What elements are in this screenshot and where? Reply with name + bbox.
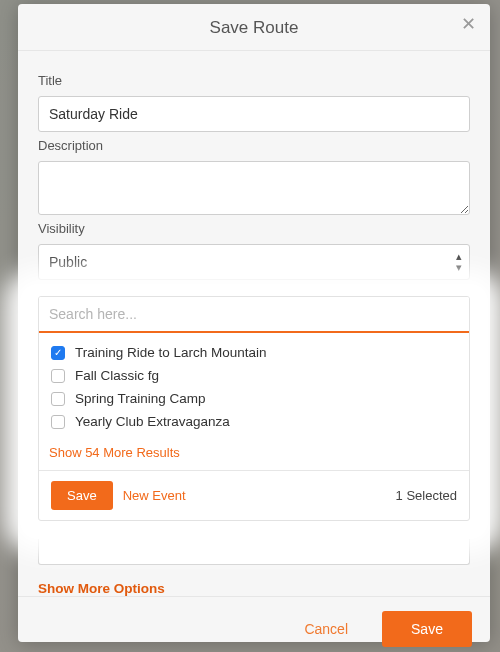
checkbox-icon[interactable] xyxy=(51,392,65,406)
visibility-select[interactable]: Public ▴▾ xyxy=(38,244,470,280)
event-item-label: Fall Classic fg xyxy=(75,368,159,383)
save-route-modal: Save Route ✕ Title Description Visibilit… xyxy=(18,4,490,642)
description-input[interactable] xyxy=(38,161,470,215)
show-more-results-link[interactable]: Show 54 More Results xyxy=(39,437,469,470)
cancel-button[interactable]: Cancel xyxy=(280,611,372,647)
modal-body: Title Description Visibility Public ▴▾ ✓… xyxy=(18,51,490,596)
title-input[interactable] xyxy=(38,96,470,132)
checkbox-icon[interactable] xyxy=(51,415,65,429)
event-picker-panel: ✓ Training Ride to Larch Mountain Fall C… xyxy=(38,296,470,521)
event-picker-footer: Save New Event 1 Selected xyxy=(39,470,469,520)
event-search-input[interactable] xyxy=(39,297,469,333)
checkbox-icon[interactable]: ✓ xyxy=(51,346,65,360)
event-item[interactable]: Spring Training Camp xyxy=(49,387,463,410)
event-picker-highlight: ✓ Training Ride to Larch Mountain Fall C… xyxy=(24,288,484,535)
checkbox-icon[interactable] xyxy=(51,369,65,383)
event-item[interactable]: Yearly Club Extravaganza xyxy=(49,410,463,433)
visibility-value: Public xyxy=(38,244,470,280)
save-button[interactable]: Save xyxy=(382,611,472,647)
show-more-options-link[interactable]: Show More Options xyxy=(38,581,470,596)
event-item-label: Yearly Club Extravaganza xyxy=(75,414,230,429)
title-label: Title xyxy=(38,73,470,88)
modal-title: Save Route xyxy=(210,18,299,37)
modal-header: Save Route ✕ xyxy=(18,4,490,51)
event-item[interactable]: Fall Classic fg xyxy=(49,364,463,387)
visibility-label: Visibility xyxy=(38,221,470,236)
app-background: Save Route ✕ Title Description Visibilit… xyxy=(0,0,500,652)
description-label: Description xyxy=(38,138,470,153)
event-item-label: Spring Training Camp xyxy=(75,391,206,406)
modal-footer: Cancel Save xyxy=(18,596,490,652)
event-item-label: Training Ride to Larch Mountain xyxy=(75,345,267,360)
collapsed-field-remainder xyxy=(38,535,470,565)
event-list: ✓ Training Ride to Larch Mountain Fall C… xyxy=(39,333,469,437)
selected-count: 1 Selected xyxy=(396,488,457,503)
new-event-button[interactable]: New Event xyxy=(113,481,196,510)
event-save-button[interactable]: Save xyxy=(51,481,113,510)
close-icon[interactable]: ✕ xyxy=(458,14,478,34)
event-item[interactable]: ✓ Training Ride to Larch Mountain xyxy=(49,341,463,364)
